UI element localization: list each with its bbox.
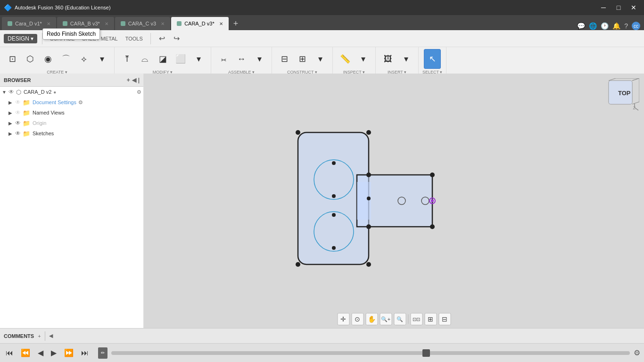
timeline-back-button[interactable]: ◀: [36, 347, 45, 358]
expand-icon: ▼: [2, 90, 8, 95]
tab-label: CARA_B v3*: [70, 21, 100, 26]
revolve-button[interactable]: ◉: [40, 49, 57, 69]
folder-icon: 📁: [23, 120, 30, 127]
loft-icon: ⟡: [81, 55, 87, 63]
svg-point-10: [366, 173, 371, 177]
grid-toggle-button[interactable]: ⊞: [424, 313, 437, 325]
zoom-in-button[interactable]: 🔍+: [380, 313, 392, 325]
tree-item-doc-settings[interactable]: ▶ 👁 📁 Document Settings ⚙: [0, 97, 143, 107]
shell-icon: ⬜: [175, 55, 186, 63]
new-tab-button[interactable]: +: [230, 17, 242, 30]
display-mode-button[interactable]: ⊟: [438, 313, 451, 325]
design-mode-label: DESIGN ▾: [8, 35, 33, 42]
tree-item-root[interactable]: ▼ 👁 ⬡ CARA_D v2 ● ⚙: [0, 87, 143, 97]
tab-close-button[interactable]: ✕: [47, 21, 50, 26]
tree-item-sketches[interactable]: ▶ 👁 📁 Sketches: [0, 128, 143, 139]
timeline-sketch-marker[interactable]: ✏: [98, 347, 107, 359]
tab-right-icons: 💬 🌐 🕐 🔔 ? cc: [577, 22, 644, 30]
toolbar-separator: [408, 314, 408, 324]
modify-section: ⤒ ⌓ ◪ ⬜ ▾ MODIFY ▾: [115, 47, 211, 74]
offset-plane-button[interactable]: ⊟: [276, 49, 293, 69]
timeline: ⏮ ⏪ ◀ ▶ ⏩ ⏭ ✏ ⚙: [0, 343, 644, 362]
zoom-window-button[interactable]: 🔍: [394, 313, 406, 325]
more-assemble-icon: ▾: [257, 55, 262, 63]
eye-icon[interactable]: 👁: [15, 99, 23, 106]
create-sketch-button[interactable]: ⊡: [4, 49, 21, 69]
measure-button[interactable]: 📏: [337, 49, 354, 69]
settings-gear-icon[interactable]: ⚙: [78, 99, 83, 106]
insert-mesh-button[interactable]: 🖼: [380, 49, 396, 69]
timeline-position-marker[interactable]: [422, 349, 430, 357]
more-insert-button[interactable]: ▾: [397, 49, 414, 69]
sweep-button[interactable]: ⌒: [58, 49, 74, 69]
tab-cara-d-v3[interactable]: CARA_D v3* ✕: [171, 17, 229, 30]
joint-button[interactable]: ⟗: [215, 49, 232, 69]
extrude-button[interactable]: ⬡: [22, 49, 39, 69]
tab-icon: [177, 21, 182, 26]
browser-label: BROWSER: [4, 77, 31, 83]
design-mode-dropdown[interactable]: DESIGN ▾: [4, 34, 37, 43]
more-inspect-button[interactable]: ▾: [355, 49, 372, 69]
alert-icon[interactable]: 🔔: [612, 22, 620, 30]
timeline-settings-icon[interactable]: ⚙: [634, 348, 640, 357]
view-cube[interactable]: TOP Z: [606, 78, 639, 111]
browser-add-icon[interactable]: +: [127, 77, 130, 83]
tab-close-button[interactable]: ✕: [161, 21, 165, 26]
clock-icon[interactable]: 🕐: [601, 22, 609, 30]
loft-button[interactable]: ⟡: [75, 49, 92, 69]
minimize-button[interactable]: ─: [597, 2, 610, 13]
svg-point-18: [332, 213, 336, 217]
more-construct-button[interactable]: ▾: [312, 49, 329, 69]
timeline-bar[interactable]: [111, 351, 630, 355]
move-tool-button[interactable]: ✛: [337, 313, 349, 325]
tree-item-origin[interactable]: ▶ 👁 📁 Origin: [0, 118, 143, 128]
redo-button[interactable]: ↪: [170, 32, 183, 45]
eye-icon[interactable]: 👁: [15, 109, 23, 116]
help-icon[interactable]: ?: [624, 22, 628, 30]
timeline-forward-button[interactable]: ▶: [49, 347, 58, 358]
undo-button[interactable]: ↩: [156, 32, 168, 45]
orbit-tool-button[interactable]: ⊙: [351, 313, 363, 325]
fillet-icon: ⌓: [141, 55, 148, 63]
timeline-next-button[interactable]: ⏩: [62, 347, 75, 358]
more-assemble-button[interactable]: ▾: [251, 49, 268, 69]
tools-tab[interactable]: TOOLS: [123, 35, 146, 42]
shell-button[interactable]: ⬜: [172, 49, 189, 69]
tab-cara-c-v3[interactable]: CARA_C v3 ✕: [115, 17, 170, 30]
notification-icon[interactable]: 🌐: [589, 22, 597, 30]
close-button[interactable]: ✕: [627, 2, 640, 13]
press-pull-button[interactable]: ⤒: [118, 49, 135, 69]
select-button[interactable]: ↖: [424, 49, 441, 69]
tree-item-named-views[interactable]: ▶ 👁 📁 Named Views: [0, 107, 143, 118]
fit-view-button[interactable]: ⊡⊡: [410, 313, 422, 325]
timeline-item[interactable]: ✏: [98, 347, 107, 359]
eye-icon[interactable]: 👁: [15, 120, 23, 126]
revolve-icon: ◉: [44, 55, 52, 63]
pan-tool-button[interactable]: ✋: [365, 313, 378, 325]
svg-point-19: [332, 246, 336, 250]
chamfer-button[interactable]: ◪: [154, 49, 171, 69]
tab-close-button[interactable]: ✕: [219, 21, 223, 26]
browser-collapse-icon[interactable]: ◀: [132, 77, 136, 83]
add-comment-icon[interactable]: +: [38, 333, 41, 339]
timeline-prev-button[interactable]: ⏪: [19, 347, 32, 358]
motion-button[interactable]: ↔: [233, 49, 250, 69]
app-title: Autodesk Fusion 360 (Education License): [15, 5, 111, 10]
more-create-button[interactable]: ▾: [93, 49, 110, 69]
collapse-panel-icon[interactable]: ◀: [49, 333, 53, 339]
svg-line-29: [632, 78, 639, 81]
more-modify-button[interactable]: ▾: [190, 49, 207, 69]
maximize-button[interactable]: □: [612, 2, 625, 13]
eye-icon[interactable]: 👁: [15, 130, 23, 137]
timeline-next-end-button[interactable]: ⏭: [79, 348, 91, 358]
eye-icon[interactable]: 👁: [8, 89, 16, 95]
expand-icon: ▶: [8, 110, 15, 115]
settings-gear-icon[interactable]: ⚙: [137, 89, 141, 95]
canvas-area[interactable]: TOP Z ✛ ⊙ ✋ 🔍+ 🔍 ⊡⊡ ⊞ ⊟: [144, 74, 644, 328]
chat-icon[interactable]: 💬: [577, 22, 585, 30]
user-icon[interactable]: cc: [632, 22, 640, 30]
timeline-prev-end-button[interactable]: ⏮: [4, 348, 15, 358]
fillet-button[interactable]: ⌓: [136, 49, 153, 69]
midplane-button[interactable]: ⊞: [294, 49, 311, 69]
tab-close-button[interactable]: ✕: [105, 21, 108, 26]
